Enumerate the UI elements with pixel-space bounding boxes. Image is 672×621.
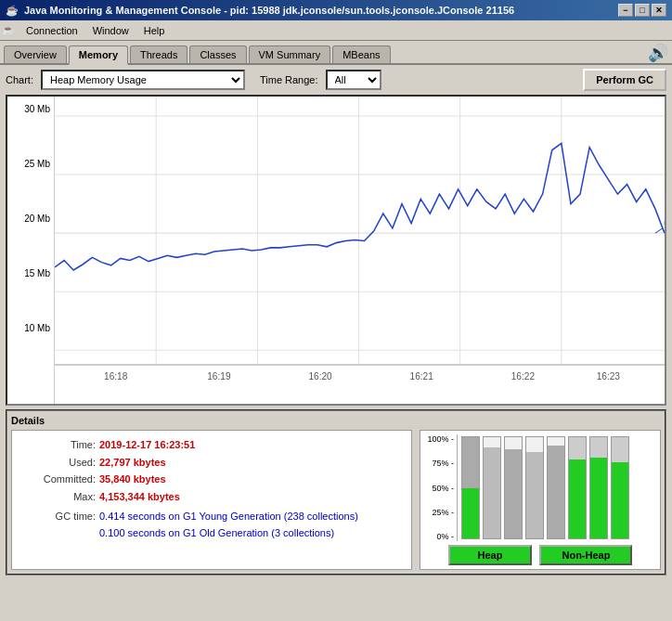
gc-old-label (21, 524, 96, 542)
time-value: 2019-12-17 16:23:51 (99, 436, 195, 454)
svg-line-11 (655, 228, 663, 233)
chart-area: 30 Mb 25 Mb 20 Mb 15 Mb 10 Mb (6, 95, 666, 406)
tab-threads[interactable]: Threads (130, 45, 187, 63)
y-axis: 30 Mb 25 Mb 20 Mb 15 Mb 10 Mb (7, 97, 54, 404)
pct-25: 25% - (424, 508, 454, 517)
chart-inner: Used 17,999,208 16:18 16:19 16:20 16:21 … (54, 97, 665, 404)
bars-col (458, 434, 656, 541)
title-text: Java Monitoring & Management Console - p… (24, 5, 618, 16)
time-range-select[interactable]: All (326, 70, 381, 90)
heap-button[interactable]: Heap (448, 545, 533, 565)
close-button[interactable]: ✕ (652, 4, 666, 17)
app-menu-icon: ☕ (2, 24, 15, 36)
details-content: Time: 2019-12-17 16:23:51 Used: 22,797 k… (11, 430, 661, 570)
max-value: 4,153,344 kbytes (99, 488, 180, 506)
tab-mbeans[interactable]: MBeans (332, 45, 390, 63)
details-stats: Time: 2019-12-17 16:23:51 Used: 22,797 k… (11, 430, 412, 570)
y-label-25mb: 25 Mb (11, 159, 50, 169)
minimize-button[interactable]: − (618, 4, 633, 17)
chart-label: Chart: (6, 74, 33, 85)
chart-svg: Used 17,999,208 16:18 16:19 16:20 16:21 … (55, 97, 665, 404)
pct-75: 75% - (424, 459, 454, 468)
time-label: Time: (21, 436, 96, 454)
pct-labels: 100% - 75% - 50% - 25% - 0% - (424, 434, 458, 541)
memory-bars-panel: 100% - 75% - 50% - 25% - 0% - (420, 430, 661, 570)
svg-text:16:19: 16:19 (207, 371, 231, 382)
gc-old-value: 0.100 seconds on G1 Old Generation (3 co… (99, 524, 334, 542)
menu-bar: ☕ Connection Window Help (0, 20, 672, 41)
svg-text:16:18: 16:18 (104, 371, 128, 382)
title-bar: ☕ Java Monitoring & Management Console -… (0, 0, 672, 20)
bar-1 (461, 436, 480, 539)
gc-young-value: 0.414 seconds on G1 Young Generation (23… (99, 508, 358, 525)
y-label-20mb: 20 Mb (11, 213, 50, 224)
nonheap-button[interactable]: Non-Heap (539, 545, 632, 565)
committed-label: Committed: (21, 471, 96, 488)
svg-text:16:21: 16:21 (410, 371, 434, 382)
tab-classes[interactable]: Classes (189, 45, 246, 63)
committed-value: 35,840 kbytes (99, 471, 166, 488)
main-content: Chart: Heap Memory Usage Time Range: All… (0, 65, 672, 579)
speaker-icon: 🔊 (648, 44, 668, 62)
tab-bar: Overview Memory Threads Classes VM Summa… (0, 41, 672, 65)
gc-time-label: GC time: (21, 508, 96, 525)
chart-select[interactable]: Heap Memory Usage (41, 70, 245, 90)
perform-gc-button[interactable]: Perform GC (583, 69, 666, 91)
tab-memory[interactable]: Memory (69, 45, 128, 65)
y-label-15mb: 15 Mb (11, 268, 50, 278)
bottom-buttons: Heap Non-Heap (424, 545, 656, 565)
app-icon: ☕ (6, 5, 19, 17)
max-label: Max: (21, 488, 96, 506)
menu-connection[interactable]: Connection (19, 23, 85, 38)
tab-vm-summary[interactable]: VM Summary (249, 45, 331, 63)
y-label-pad (11, 378, 50, 396)
details-title: Details (11, 415, 661, 426)
y-label-30mb: 30 Mb (11, 104, 50, 114)
chart-controls: Chart: Heap Memory Usage Time Range: All… (6, 69, 666, 91)
y-label-10mb: 10 Mb (11, 323, 50, 333)
svg-text:17,999,208: 17,999,208 (664, 228, 665, 238)
svg-text:16:20: 16:20 (308, 371, 332, 382)
menu-help[interactable]: Help (136, 23, 173, 38)
svg-text:Used: Used (664, 219, 665, 228)
time-range-label: Time Range: (260, 74, 318, 85)
used-label: Used: (21, 454, 96, 472)
menu-window[interactable]: Window (85, 23, 136, 38)
restore-button[interactable]: □ (635, 4, 650, 17)
pct-0: 0% - (424, 532, 454, 541)
tab-overview[interactable]: Overview (4, 45, 67, 63)
pct-50: 50% - (424, 484, 454, 493)
pct-100: 100% - (424, 434, 454, 444)
svg-text:16:22: 16:22 (511, 371, 536, 382)
svg-text:16:23: 16:23 (597, 371, 621, 382)
details-panel: Details Time: 2019-12-17 16:23:51 Used: … (6, 409, 666, 576)
used-value: 22,797 kbytes (99, 454, 166, 472)
